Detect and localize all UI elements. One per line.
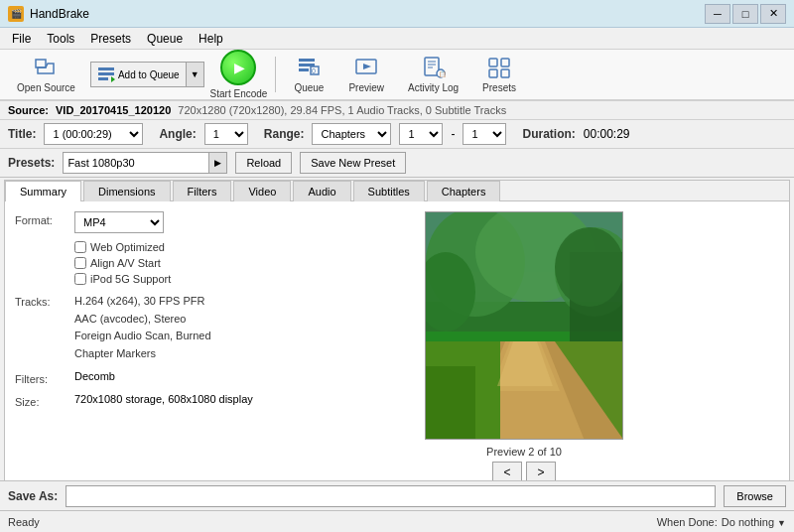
- main-area: Summary Dimensions Filters Video Audio S…: [0, 178, 794, 532]
- preview-caption: Preview 2 of 10: [486, 446, 562, 458]
- format-options: Web Optimized Align A/V Start iPod 5G Su…: [74, 241, 253, 285]
- add-to-queue-button[interactable]: Add to Queue ▼: [90, 62, 204, 87]
- summary-content: Format: MP4 Web Optimized: [5, 201, 789, 493]
- web-optimized-row: Web Optimized: [74, 241, 253, 253]
- ipod-checkbox[interactable]: [74, 273, 86, 285]
- window-controls[interactable]: ─ □ ✕: [705, 4, 786, 24]
- tracks-key: Tracks:: [15, 293, 74, 308]
- maximize-button[interactable]: □: [732, 4, 758, 24]
- preset-select-container[interactable]: Fast 1080p30 ▶: [63, 152, 227, 174]
- menu-file[interactable]: File: [4, 30, 39, 48]
- menu-bar: File Tools Presets Queue Help: [0, 28, 794, 50]
- open-source-label: Open Source: [17, 82, 75, 93]
- activity-log-button[interactable]: 📋 Activity Log: [399, 53, 467, 96]
- svg-rect-20: [489, 69, 497, 77]
- svg-rect-5: [299, 59, 315, 62]
- source-bar: Source: VID_20170415_120120 720x1280 (72…: [0, 101, 794, 120]
- size-row: Size: 720x1080 storage, 608x1080 display: [15, 393, 253, 408]
- format-select[interactable]: MP4: [74, 211, 164, 233]
- close-button[interactable]: ✕: [760, 4, 786, 24]
- when-done-value[interactable]: Do nothing ▼: [722, 516, 786, 528]
- toolbar-sep-1: [275, 57, 276, 92]
- svg-rect-18: [489, 59, 497, 66]
- svg-text:📋: 📋: [439, 70, 446, 78]
- queue-label: Queue: [294, 82, 324, 93]
- browse-button[interactable]: Browse: [724, 485, 786, 507]
- angle-select[interactable]: 1: [204, 123, 248, 145]
- save-new-preset-button[interactable]: Save New Preset: [300, 152, 406, 174]
- angle-label: Angle:: [159, 127, 196, 141]
- web-optimized-label: Web Optimized: [90, 241, 165, 253]
- presets-icon: [487, 56, 511, 79]
- range-label: Range:: [264, 127, 305, 141]
- toolbar: Open Source Add to Queue ▼ Start Encode …: [0, 50, 794, 101]
- when-done-area: When Done: Do nothing ▼: [657, 516, 786, 528]
- svg-rect-19: [501, 59, 509, 66]
- range-from-select[interactable]: 1: [399, 123, 443, 145]
- format-row: Format: MP4: [15, 211, 253, 233]
- save-path-input[interactable]: [66, 485, 716, 507]
- open-source-icon: [34, 56, 58, 79]
- svg-rect-0: [36, 60, 46, 67]
- svg-rect-1: [98, 67, 114, 70]
- presets-label: Presets: [482, 82, 516, 93]
- svg-rect-7: [299, 68, 309, 71]
- web-optimized-checkbox[interactable]: [74, 241, 86, 253]
- svg-marker-4: [111, 76, 115, 82]
- source-info: 720x1280 (720x1280), 29.84 FPS, 1 Audio …: [178, 104, 506, 116]
- menu-help[interactable]: Help: [191, 30, 231, 48]
- tracks-row: Tracks: H.264 (x264), 30 FPS PFR AAC (av…: [15, 293, 253, 362]
- track-2: AAC (avcodec), Stereo: [74, 311, 253, 329]
- align-av-label: Align A/V Start: [90, 257, 161, 269]
- title-select[interactable]: 1 (00:00:29): [44, 123, 143, 145]
- tab-audio[interactable]: Audio: [293, 181, 350, 201]
- align-av-row: Align A/V Start: [74, 257, 253, 269]
- menu-presets[interactable]: Presets: [82, 30, 139, 48]
- tab-filters[interactable]: Filters: [173, 181, 232, 201]
- window-title: HandBrake: [30, 7, 89, 21]
- tab-video[interactable]: Video: [233, 181, 291, 201]
- queue-icon: 0: [297, 56, 321, 79]
- track-3: Foreign Audio Scan, Burned: [74, 328, 253, 345]
- start-encode-group: Start Encode: [210, 50, 268, 99]
- ipod-label: iPod 5G Support: [90, 273, 171, 285]
- duration-value: 00:00:29: [584, 127, 630, 141]
- tab-summary[interactable]: Summary: [5, 181, 81, 201]
- tab-subtitles[interactable]: Subtitles: [353, 181, 425, 201]
- svg-rect-36: [426, 366, 475, 440]
- svg-rect-3: [98, 77, 108, 80]
- menu-queue[interactable]: Queue: [139, 30, 191, 48]
- minimize-button[interactable]: ─: [705, 4, 730, 24]
- tab-dimensions[interactable]: Dimensions: [83, 181, 170, 201]
- preview-button[interactable]: Preview: [339, 53, 393, 96]
- reload-button[interactable]: Reload: [235, 152, 292, 174]
- preview-icon: [354, 56, 378, 79]
- align-av-checkbox[interactable]: [74, 257, 86, 269]
- start-encode-label: Start Encode: [210, 88, 268, 99]
- range-to-select[interactable]: 1: [463, 123, 506, 145]
- activity-log-label: Activity Log: [408, 82, 459, 93]
- app-icon: 🎬: [8, 6, 24, 22]
- start-encode-button[interactable]: [220, 50, 256, 85]
- title-row: Title: 1 (00:00:29) Angle: 1 Range: Chap…: [0, 120, 794, 149]
- preview-panel: Preview 2 of 10 < >: [269, 211, 779, 483]
- range-select[interactable]: Chapters: [312, 123, 391, 145]
- tracks-val: H.264 (x264), 30 FPS PFR AAC (avcodec), …: [74, 293, 253, 362]
- status-text: Ready: [8, 516, 40, 528]
- menu-tools[interactable]: Tools: [39, 30, 82, 48]
- svg-text:0: 0: [312, 67, 316, 74]
- queue-button[interactable]: 0 Queue: [284, 53, 333, 96]
- presets-row: Presets: Fast 1080p30 ▶ Reload Save New …: [0, 149, 794, 178]
- preset-arrow-button[interactable]: ▶: [208, 153, 226, 173]
- when-done-label: When Done:: [657, 516, 718, 528]
- preset-input[interactable]: Fast 1080p30: [64, 153, 208, 173]
- track-1: H.264 (x264), 30 FPS PFR: [74, 293, 253, 311]
- presets-field-label: Presets:: [8, 156, 55, 170]
- presets-toolbar-button[interactable]: Presets: [473, 53, 525, 96]
- save-as-label: Save As:: [8, 489, 58, 503]
- add-to-queue-label: Add to Queue: [118, 69, 180, 80]
- size-key: Size:: [15, 393, 74, 408]
- tab-chapters[interactable]: Chapters: [427, 181, 501, 201]
- source-label: Source:: [8, 104, 49, 116]
- open-source-button[interactable]: Open Source: [8, 53, 84, 96]
